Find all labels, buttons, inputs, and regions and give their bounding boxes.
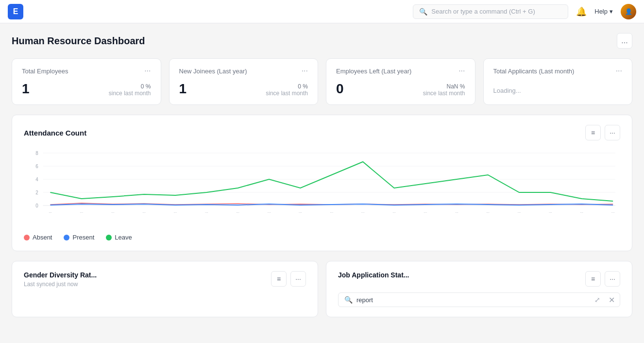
svg-text:···: ··· xyxy=(580,210,583,215)
stat-more-icon-3[interactable]: ··· xyxy=(458,67,465,75)
absent-legend-dot xyxy=(24,235,30,240)
svg-text:···: ··· xyxy=(549,210,552,215)
help-label: Help xyxy=(594,8,608,15)
gender-filter-button[interactable]: ≡ xyxy=(271,271,287,287)
stat-card-header-3: Employees Left (Last year) ··· xyxy=(336,67,465,75)
job-search-icon: 🔍 xyxy=(344,296,353,304)
leave-line xyxy=(50,162,613,201)
app-logo[interactable]: E xyxy=(8,4,23,19)
stat-pct-1: 0 % xyxy=(109,83,151,90)
stat-since-1: since last month xyxy=(109,90,151,97)
leave-legend-label: Leave xyxy=(115,234,132,241)
gender-diversity-title: Gender Diversity Rat... xyxy=(24,271,97,279)
close-icon[interactable]: ✕ xyxy=(609,295,615,305)
chart-legend: Absent Present Leave xyxy=(24,230,620,241)
job-more-button[interactable]: ··· xyxy=(605,271,620,287)
app-header: E 🔍 Search or type a command (Ctrl + G) … xyxy=(0,0,644,23)
job-application-actions: ≡ ··· xyxy=(585,271,620,287)
attendance-chart-svg: 8 6 4 2 0 ··· ··· ··· ··· ··· ··· ··· ··… xyxy=(24,148,620,226)
stat-card-total-applicants: Total Applicants (Last month) ··· Loadin… xyxy=(483,58,633,105)
stat-value-1: 1 xyxy=(22,81,30,97)
gender-diversity-card: Gender Diversity Rat... Last synced just… xyxy=(12,261,318,317)
chart-more-button[interactable]: ··· xyxy=(605,125,620,140)
job-search-popup[interactable]: 🔍 ⤢ ✕ xyxy=(338,292,620,307)
stat-value-3: 0 xyxy=(336,81,344,97)
svg-text:···: ··· xyxy=(611,210,615,215)
gender-diversity-header: Gender Diversity Rat... Last synced just… xyxy=(24,271,306,288)
chart-actions: ≡ ··· xyxy=(585,125,620,140)
svg-text:···: ··· xyxy=(111,210,115,215)
svg-text:···: ··· xyxy=(205,210,208,215)
chart-title: Attendance Count xyxy=(24,129,86,137)
gender-diversity-actions: ≡ ··· xyxy=(271,271,306,287)
attendance-chart-card: Attendance Count ≡ ··· 8 6 4 2 0 xyxy=(12,115,632,251)
stat-since-2: since last month xyxy=(266,90,308,97)
svg-text:···: ··· xyxy=(486,210,490,215)
present-legend-label: Present xyxy=(72,234,94,241)
svg-text:···: ··· xyxy=(49,210,52,215)
job-search-input[interactable] xyxy=(356,296,614,304)
stat-value-row-1: 1 0 % since last month xyxy=(22,81,151,97)
job-filter-button[interactable]: ≡ xyxy=(585,271,601,287)
notifications-bell-icon[interactable]: 🔔 xyxy=(576,6,587,17)
svg-text:0: 0 xyxy=(35,203,38,208)
svg-text:···: ··· xyxy=(424,210,427,215)
absent-legend-label: Absent xyxy=(33,234,52,241)
stat-more-icon-1[interactable]: ··· xyxy=(144,67,151,75)
gender-diversity-subtitle: Last synced just now xyxy=(24,281,97,288)
attendance-chart-area: 8 6 4 2 0 ··· ··· ··· ··· ··· ··· ··· ··… xyxy=(24,148,620,226)
gender-diversity-title-block: Gender Diversity Rat... Last synced just… xyxy=(24,271,97,288)
svg-text:···: ··· xyxy=(236,210,239,215)
gender-more-button[interactable]: ··· xyxy=(290,271,306,287)
stat-more-icon-2[interactable]: ··· xyxy=(302,67,308,75)
svg-text:···: ··· xyxy=(392,210,396,215)
global-search-bar[interactable]: 🔍 Search or type a command (Ctrl + G) xyxy=(413,4,568,19)
svg-text:···: ··· xyxy=(330,210,334,215)
chevron-down-icon: ▾ xyxy=(610,8,613,15)
search-icon: 🔍 xyxy=(419,8,427,16)
svg-text:6: 6 xyxy=(35,164,38,169)
svg-text:···: ··· xyxy=(80,210,84,215)
stat-more-icon-4[interactable]: ··· xyxy=(616,67,622,75)
job-application-title: Job Application Stat... xyxy=(338,271,409,279)
stat-card-employees-left: Employees Left (Last year) ··· 0 NaN % s… xyxy=(326,58,475,105)
legend-leave: Leave xyxy=(106,234,132,241)
resize-icon[interactable]: ⤢ xyxy=(594,296,600,304)
stat-meta-1: 0 % since last month xyxy=(109,83,151,97)
legend-present: Present xyxy=(64,234,94,241)
header-right: 🔍 Search or type a command (Ctrl + G) 🔔 … xyxy=(413,4,636,19)
stat-label-4: Total Applicants (Last month) xyxy=(493,68,575,75)
svg-text:···: ··· xyxy=(174,210,177,215)
present-legend-dot xyxy=(64,235,69,240)
stat-meta-3: NaN % since last month xyxy=(423,83,465,97)
stat-pct-2: 0 % xyxy=(266,83,308,90)
stat-value-2: 1 xyxy=(179,81,187,97)
svg-text:···: ··· xyxy=(455,210,458,215)
bottom-row: Gender Diversity Rat... Last synced just… xyxy=(12,261,632,317)
chart-filter-button[interactable]: ≡ xyxy=(585,125,601,140)
chart-header: Attendance Count ≡ ··· xyxy=(24,125,620,140)
stat-label-1: Total Employees xyxy=(22,68,68,75)
svg-text:···: ··· xyxy=(361,210,365,215)
stats-row: Total Employees ··· 1 0 % since last mon… xyxy=(12,58,632,105)
job-application-header: Job Application Stat... ≡ ··· xyxy=(338,271,620,287)
page-title: Human Resource Dashboard xyxy=(12,35,145,47)
main-content: Human Resource Dashboard ... Total Emplo… xyxy=(0,23,644,327)
legend-absent: Absent xyxy=(24,234,52,241)
svg-text:···: ··· xyxy=(518,210,521,215)
help-button[interactable]: Help ▾ xyxy=(594,8,613,15)
page-more-button[interactable]: ... xyxy=(617,33,632,49)
stat-card-header-2: New Joinees (Last year) ··· xyxy=(179,67,308,75)
stat-card-total-employees: Total Employees ··· 1 0 % since last mon… xyxy=(12,58,161,105)
header-left: E xyxy=(8,4,23,19)
avatar[interactable]: 👤 xyxy=(621,4,636,19)
search-placeholder-text: Search or type a command (Ctrl + G) xyxy=(431,8,535,15)
stat-pct-3: NaN % xyxy=(423,83,465,90)
stat-since-3: since last month xyxy=(423,90,465,97)
svg-text:···: ··· xyxy=(268,210,271,215)
stat-value-row-3: 0 NaN % since last month xyxy=(336,81,465,97)
leave-legend-dot xyxy=(106,235,112,240)
stat-value-row-2: 1 0 % since last month xyxy=(179,81,308,97)
stat-label-3: Employees Left (Last year) xyxy=(336,68,411,75)
svg-text:···: ··· xyxy=(142,210,146,215)
